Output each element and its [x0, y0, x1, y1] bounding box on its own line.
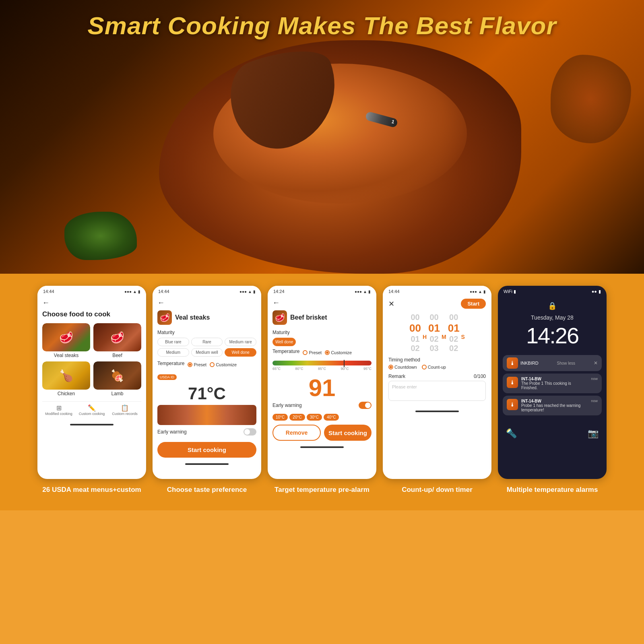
early-warning-toggle[interactable] — [244, 428, 256, 436]
start-cooking-button[interactable]: Start cooking — [157, 442, 256, 458]
p2-signal-icon: ●●● — [239, 289, 247, 294]
timer-m-dim-top: 00 — [428, 313, 440, 322]
caption-4-text: Count-up/ down timer — [383, 485, 491, 494]
phone3-back[interactable]: ← — [272, 299, 372, 307]
maturity-grid-row2: Medium Medium well Well done — [157, 348, 256, 357]
countup-option[interactable]: Count-up — [422, 365, 446, 369]
preset-radio[interactable] — [188, 362, 192, 367]
notification-1[interactable]: 🌡 INT-14-BW The Probe 1 This cooking is … — [503, 374, 602, 393]
nav-records[interactable]: 📋 Custom records — [108, 404, 141, 416]
timer-h-dim-top: 00 — [409, 313, 421, 322]
countup-radio[interactable] — [422, 365, 427, 369]
countdown-option[interactable]: Countdown — [388, 365, 417, 369]
notification-2[interactable]: 🌡 INT-14-BW Probe 1 has reached the warn… — [503, 396, 602, 415]
caption-4: Count-up/ down timer — [383, 485, 491, 494]
preset-option[interactable]: Preset — [188, 362, 206, 367]
food-header-icon: 🥩 — [157, 310, 172, 325]
temp-gauge: 65°C 80°C 85°C 90°C 95°C — [272, 361, 372, 371]
customize-radio[interactable] — [210, 362, 215, 367]
action-btns: Remove Start cooking — [272, 425, 372, 441]
lamb-thumb: 🍖 — [93, 361, 141, 390]
caption-5: Multiple temperature alarms — [498, 485, 607, 494]
maturity-medium[interactable]: Medium — [157, 348, 189, 357]
timer-m-label-col: M — [442, 326, 446, 340]
phone3-preset-option[interactable]: Preset — [303, 350, 322, 355]
warn-chip-40[interactable]: 40°C — [324, 414, 339, 421]
timer-s-col: 00 01 02 02 — [448, 313, 460, 353]
phone1-screen-title: Choose food to cook — [42, 310, 141, 318]
phone3-early-warning-toggle[interactable] — [359, 402, 372, 409]
back-arrow[interactable]: ← — [42, 299, 141, 307]
notif1-icon: 🌡 — [507, 377, 518, 388]
phone2-time: 14:44 — [158, 289, 169, 294]
phone3-start-cooking-button[interactable]: Start cooking — [324, 425, 372, 441]
phone3-big-temp: 91 — [272, 374, 372, 402]
nav-custom[interactable]: ✏️ Custom cooking — [75, 404, 108, 416]
maturity-medium-rare[interactable]: Medium rare — [225, 338, 256, 346]
phone4-home-bar — [415, 411, 459, 412]
show-less-btn[interactable]: Show less — [557, 361, 576, 365]
phones-row: 14:44 ●●● ▲ ▮ ← Choose food to cook 🥩 Ve… — [8, 286, 636, 479]
phone3-customize-radio[interactable] — [325, 350, 330, 355]
timer-h-active: 00 — [409, 322, 421, 334]
phone3-preset-radio[interactable] — [303, 350, 308, 355]
signal-icon: ●●● — [124, 289, 132, 294]
maturity-rare[interactable]: Rare — [191, 338, 223, 346]
p5-battery-icon: ▮ — [599, 289, 601, 294]
maturity-well-done[interactable]: Well done — [225, 348, 256, 357]
inkbird-icon: 🌡 — [507, 357, 518, 369]
phone4-start-button[interactable]: Start — [461, 299, 486, 309]
camera-icon[interactable]: 📷 — [588, 428, 599, 439]
food-item-lamb[interactable]: 🍖 Lamb — [93, 361, 141, 396]
hero-section: Smart Cooking Makes The Best Flavor — [0, 0, 644, 274]
p4-signal-icon: ●●● — [470, 289, 477, 294]
warn-chip-30[interactable]: 30°C — [307, 414, 322, 421]
phone1-status-bar: 14:44 ●●● ▲ ▮ — [37, 286, 146, 295]
phone3-preset-label: Preset — [309, 350, 322, 355]
maturity-label: Maturity — [157, 330, 256, 335]
p2-wifi-icon: ▲ — [248, 289, 252, 294]
caption-1: 26 USDA meat menus+custom — [37, 485, 146, 494]
countdown-radio[interactable] — [388, 365, 393, 369]
phone3-food-icon: 🥩 — [272, 310, 287, 325]
flashlight-icon[interactable]: 🔦 — [506, 428, 517, 439]
phone2-status-bar: 14:44 ●●● ▲ ▮ — [153, 286, 261, 295]
phone4-status-icons: ●●● ▲ ▮ — [470, 289, 486, 294]
phone5: WiFi ▮ ●● ▮ 🔒 Tuesday, May 28 14:26 🌡 IN… — [498, 286, 607, 479]
timer-m-col: 00 01 02 03 — [428, 313, 440, 353]
lock-icon: 🔒 — [548, 302, 557, 310]
customize-option[interactable]: Customize — [210, 362, 237, 367]
phone3-well-done[interactable]: Well done — [272, 338, 296, 346]
timer-display: 00 00 01 02 H 00 01 02 03 — [388, 313, 486, 353]
nav-modified[interactable]: ⊞ Modified cooking — [42, 404, 75, 416]
phone3-early-warning-label: Early warning — [272, 402, 302, 408]
caption-1-text: 26 USDA meat menus+custom — [37, 485, 146, 494]
bg-chicken-decoration — [551, 55, 631, 143]
warn-chip-10[interactable]: 10°C — [272, 414, 288, 421]
food-item-veal[interactable]: 🥩 Veal steaks — [42, 323, 90, 358]
food-header-name: Veal steaks — [175, 314, 210, 321]
maturity-blue-rare[interactable]: Blue rare — [157, 338, 189, 346]
phone5-status-bar: WiFi ▮ ●● ▮ — [498, 286, 607, 297]
chicken-label: Chicken — [42, 391, 90, 396]
food-item-chicken[interactable]: 🍗 Chicken — [42, 361, 90, 396]
food-item-beef[interactable]: 🥩 Beef — [93, 323, 141, 358]
veal-thumb: 🥩 — [42, 323, 90, 351]
maturity-medium-well[interactable]: Medium well — [191, 348, 223, 357]
gauge-needle — [344, 360, 345, 367]
remark-section: Remark 0/100 Please enter — [388, 374, 486, 401]
close-notif-icon[interactable]: ✕ — [594, 360, 598, 366]
remark-input-placeholder[interactable]: Please enter — [388, 381, 486, 401]
temperature-label: Temperature — [157, 361, 184, 366]
phone4-close[interactable]: ✕ — [388, 299, 394, 308]
p4-wifi-icon: ▲ — [478, 289, 482, 294]
phone3-customize-option[interactable]: Customize — [325, 350, 352, 355]
gauge-bar — [272, 361, 372, 365]
phone2-back[interactable]: ← — [157, 299, 256, 307]
phone4-time: 14:44 — [388, 289, 400, 294]
timer-s-active: 01 — [448, 322, 460, 334]
warn-chip-20[interactable]: 20°C — [289, 414, 305, 421]
remove-button[interactable]: Remove — [272, 425, 321, 441]
phone3-food-header: 🥩 Beef brisket — [272, 310, 372, 325]
temp-row: Temperature Preset Customize — [157, 361, 256, 369]
